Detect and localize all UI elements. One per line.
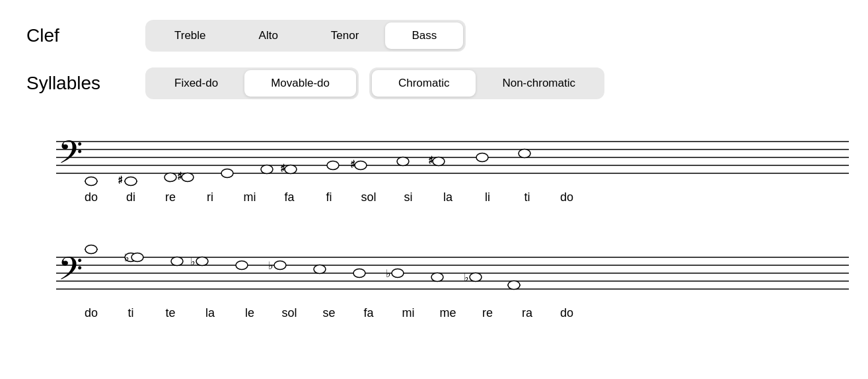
clef-label: Clef <box>26 25 145 46</box>
syl-asc-4: mi <box>230 190 270 204</box>
syl-asc-0: do <box>71 190 111 204</box>
syl-asc-12: do <box>547 190 587 204</box>
clef-button-group: Treble Alto Tenor Bass <box>145 20 466 52</box>
syl-asc-7: sol <box>349 190 388 204</box>
syl-desc-9: me <box>428 306 468 320</box>
note-desc-4 <box>196 257 208 266</box>
note-asc-7 <box>327 161 339 170</box>
syllables-group1: Fixed-do Movable-do <box>145 67 359 99</box>
descending-staff-row: 𝄢 ♭ ♭ ♭ ♭ <box>26 224 842 320</box>
note-desc-7 <box>314 265 326 274</box>
chromatic-button[interactable]: Chromatic <box>372 70 476 97</box>
descending-staff-svg: 𝄢 ♭ ♭ ♭ ♭ <box>26 224 852 304</box>
ascending-staff-row: 𝄢 ♯ ♯ ♯ <box>26 115 842 204</box>
note-desc-8 <box>353 269 365 278</box>
note-asc-12 <box>519 149 530 158</box>
syl-desc-6: se <box>309 306 349 320</box>
note-desc-0 <box>85 245 97 254</box>
syl-asc-11: ti <box>507 190 547 204</box>
syl-desc-12: do <box>547 306 587 320</box>
note-desc-12 <box>508 281 520 290</box>
clef-row: Clef Treble Alto Tenor Bass <box>26 20 842 52</box>
syl-desc-1: ti <box>111 306 151 320</box>
syl-desc-10: re <box>468 306 507 320</box>
syl-asc-2: re <box>151 190 190 204</box>
syl-desc-5: sol <box>270 306 309 320</box>
notation-section: 𝄢 ♯ ♯ ♯ <box>26 115 842 320</box>
syl-asc-6: fi <box>309 190 349 204</box>
clef-bass-button[interactable]: Bass <box>385 22 463 49</box>
syl-desc-11: ra <box>507 306 547 320</box>
syl-asc-8: si <box>388 190 428 204</box>
note-asc-10 <box>433 157 445 166</box>
note-asc-8 <box>355 161 367 170</box>
ascending-staff-svg: 𝄢 ♯ ♯ ♯ <box>26 115 852 188</box>
note-asc-11 <box>476 153 488 162</box>
non-chromatic-button[interactable]: Non-chromatic <box>476 70 602 97</box>
note-desc-5 <box>236 261 248 270</box>
note-asc-9 <box>397 157 409 166</box>
clef-alto-button[interactable]: Alto <box>233 22 305 49</box>
svg-text:♭: ♭ <box>190 256 196 267</box>
clef-tenor-button[interactable]: Tenor <box>305 22 386 49</box>
syl-asc-5: fa <box>270 190 309 204</box>
svg-text:♭: ♭ <box>386 268 391 279</box>
syl-asc-3: ri <box>190 190 230 204</box>
note-desc-10 <box>431 273 443 282</box>
note-asc-6 <box>285 165 297 174</box>
note-desc-6 <box>274 261 286 270</box>
ascending-syllables: do di re ri mi fa fi sol si la li ti do <box>26 190 842 204</box>
movable-do-button[interactable]: Movable-do <box>244 70 356 97</box>
note-asc-2 <box>164 173 176 182</box>
svg-text:♭: ♭ <box>268 260 273 271</box>
note-asc-1 <box>125 177 137 186</box>
clef-treble-button[interactable]: Treble <box>148 22 233 49</box>
note-asc-4 <box>221 169 233 178</box>
syl-desc-0: do <box>71 306 111 320</box>
note-desc-9 <box>392 269 404 278</box>
syl-desc-4: le <box>230 306 270 320</box>
fixed-do-button[interactable]: Fixed-do <box>148 70 244 97</box>
note-asc-3 <box>182 173 194 182</box>
syl-desc-3: la <box>190 306 230 320</box>
svg-text:♭: ♭ <box>124 252 129 263</box>
syl-desc-8: mi <box>388 306 428 320</box>
bass-clef-ascending: 𝄢 <box>58 135 83 178</box>
syl-desc-2: te <box>151 306 190 320</box>
syl-asc-10: li <box>468 190 507 204</box>
svg-text:♭: ♭ <box>464 272 469 283</box>
note-desc-11 <box>470 273 482 282</box>
note-asc-0 <box>85 177 97 186</box>
syllables-row: Syllables Fixed-do Movable-do Chromatic … <box>26 67 842 99</box>
note-desc-3 <box>171 257 183 266</box>
syllables-groups: Fixed-do Movable-do Chromatic Non-chroma… <box>145 67 604 99</box>
note-asc-5 <box>261 165 273 174</box>
descending-syllables: do ti te la le sol se fa mi me re ra do <box>26 306 842 320</box>
svg-text:♯: ♯ <box>118 175 123 186</box>
syl-desc-7: fa <box>349 306 388 320</box>
bass-clef-descending: 𝄢 <box>58 251 83 294</box>
syl-asc-1: di <box>111 190 151 204</box>
note-desc-2 <box>131 253 143 262</box>
syllables-group2: Chromatic Non-chromatic <box>369 67 604 99</box>
syllables-label: Syllables <box>26 73 145 94</box>
syl-asc-9: la <box>428 190 468 204</box>
